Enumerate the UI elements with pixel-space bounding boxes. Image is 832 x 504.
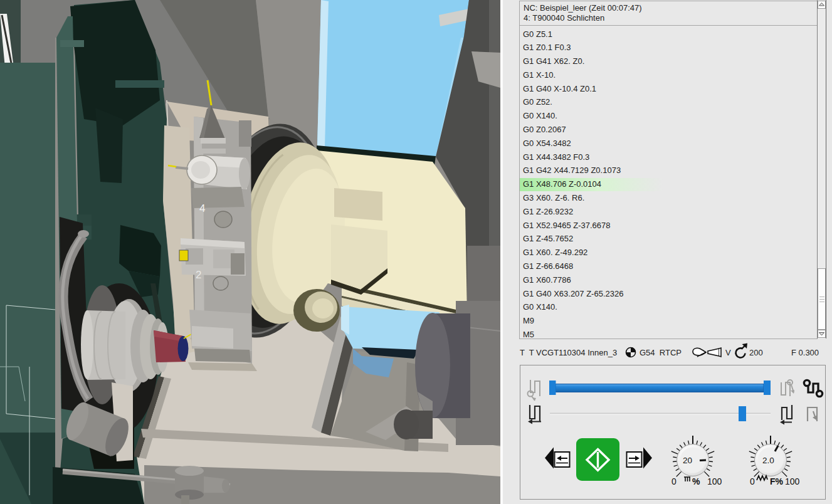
svg-text:2.0: 2.0 (762, 456, 774, 465)
svg-text:F%: F% (770, 476, 784, 486)
svg-text:%: % (692, 476, 700, 486)
svg-text:0: 0 (750, 476, 755, 486)
svg-text:0: 0 (671, 476, 677, 486)
svg-text:20: 20 (683, 456, 692, 465)
svg-text:100: 100 (707, 476, 722, 486)
svg-text:100: 100 (785, 476, 800, 486)
